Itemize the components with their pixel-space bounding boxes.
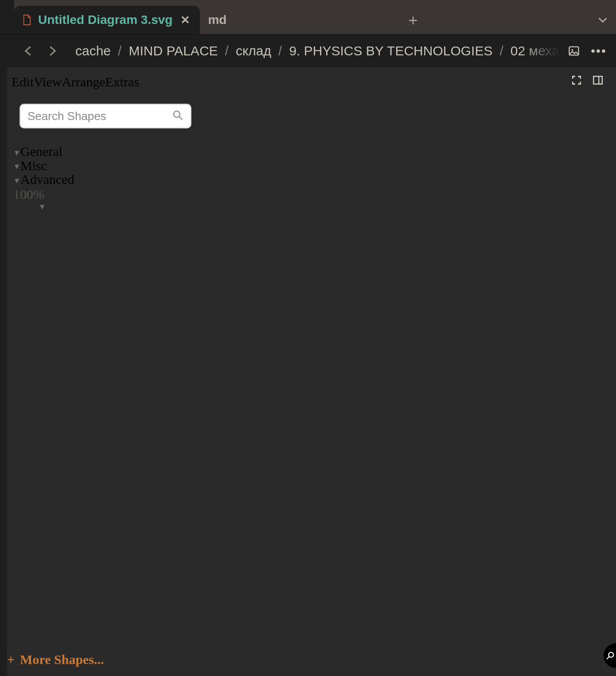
collapse-icon: ▾	[13, 148, 20, 157]
more-options-button[interactable]: •••	[591, 43, 606, 58]
chevron-down-icon	[597, 14, 608, 26]
nav-right-actions: •••	[566, 43, 610, 58]
file-icon	[22, 14, 32, 26]
nav-forward-button[interactable]	[43, 42, 61, 60]
shape-search[interactable]	[19, 104, 191, 128]
new-tab-button[interactable]: ＋	[236, 6, 589, 34]
collapse-icon: ▾	[13, 176, 20, 185]
tab-bar: Untitled Diagram 3.svg ✕ md ＋	[0, 0, 616, 35]
svg-rect-2	[593, 76, 602, 84]
search-input[interactable]	[27, 109, 172, 123]
shape-group-misc[interactable]: ▾Misc	[13, 159, 74, 173]
breadcrumb-item[interactable]: склад	[236, 43, 271, 58]
diagram-menubar: EditViewArrangeExtras	[12, 74, 139, 89]
shape-group-label: General	[20, 144, 62, 159]
editor-top-right	[570, 74, 604, 87]
tab-overflow-button[interactable]	[589, 6, 616, 34]
image-view-button[interactable]	[566, 43, 581, 58]
menu-view[interactable]: View	[34, 74, 62, 89]
nav-back-button[interactable]	[19, 42, 37, 60]
panel-toggle-button[interactable]	[591, 74, 604, 87]
breadcrumb-sep: /	[222, 43, 231, 58]
zoom-control[interactable]: 100% ▾	[13, 187, 44, 211]
fullscreen-icon	[571, 74, 582, 86]
arrow-left-icon	[22, 44, 35, 58]
tab-active[interactable]: Untitled Diagram 3.svg ✕	[14, 6, 200, 34]
arrow-right-icon	[46, 44, 59, 58]
shape-group-label: Misc	[20, 159, 47, 173]
zoom-value: 100%	[13, 187, 44, 202]
nav-row: cache / MIND PALACE / склад / 9. PHYSICS…	[0, 35, 616, 67]
shape-group-general[interactable]: ▾General	[13, 144, 74, 159]
panel-icon	[592, 74, 604, 86]
fullscreen-button[interactable]	[570, 74, 583, 87]
search-icon	[172, 109, 183, 123]
tab-inactive-label: md	[208, 13, 226, 27]
search-icon	[605, 651, 615, 660]
plus-icon: +	[7, 652, 15, 667]
image-icon	[568, 45, 580, 57]
breadcrumb-sep: /	[276, 43, 285, 58]
more-shapes-label: More Shapes...	[20, 652, 104, 667]
breadcrumb-sep: /	[115, 43, 124, 58]
close-icon[interactable]: ✕	[180, 14, 190, 26]
menu-extras[interactable]: Extras	[105, 74, 139, 89]
svg-line-7	[607, 657, 609, 659]
breadcrumb-item[interactable]: cache	[75, 43, 111, 58]
tabbar-gutter	[0, 0, 14, 34]
ellipsis-icon: •••	[591, 44, 606, 58]
breadcrumb-item[interactable]: 02 механика	[511, 43, 560, 58]
svg-line-5	[179, 117, 182, 120]
collapse-icon: ▾	[13, 162, 20, 171]
more-shapes-button[interactable]: + More Shapes...	[7, 652, 104, 667]
breadcrumb-sep: /	[497, 43, 506, 58]
tab-active-label: Untitled Diagram 3.svg	[38, 13, 172, 27]
tab-inactive[interactable]: md	[200, 6, 236, 34]
editor-area: EditViewArrangeExtras ▾General ▾Misc ▾A	[0, 67, 616, 676]
breadcrumb: cache / MIND PALACE / склад / 9. PHYSICS…	[67, 43, 560, 58]
chevron-down-icon: ▾	[40, 202, 44, 211]
breadcrumb-item[interactable]: MIND PALACE	[129, 43, 218, 58]
search-fab[interactable]	[604, 643, 616, 668]
svg-point-1	[572, 49, 573, 51]
menu-edit[interactable]: Edit	[12, 74, 34, 89]
shape-group-label: Advanced	[20, 172, 74, 186]
shape-group-advanced[interactable]: ▾Advanced	[13, 172, 74, 186]
plus-icon: ＋	[405, 10, 421, 30]
menu-arrange[interactable]: Arrange	[62, 74, 105, 89]
shape-group-list: ▾General ▾Misc ▾Advanced	[13, 144, 74, 186]
breadcrumb-item[interactable]: 9. PHYSICS BY TECHNOLOGIES	[289, 43, 492, 58]
